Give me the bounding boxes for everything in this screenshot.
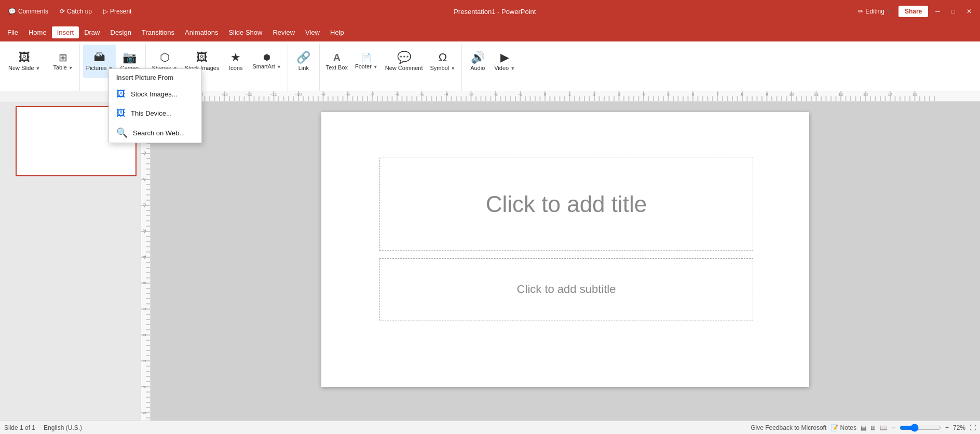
menu-transitions[interactable]: Transitions xyxy=(137,26,180,38)
pictures-dropdown: Insert Picture From 🖼 Stock Images... 🖼 … xyxy=(108,68,202,143)
symbol-button[interactable]: Ω Symbol ▼ xyxy=(427,45,459,78)
menu-insert[interactable]: Insert xyxy=(52,26,79,38)
main-layout: 1 Click to add title Click to add sub xyxy=(0,102,980,421)
new-comment-label: New Comment xyxy=(385,65,423,71)
share-label: Share xyxy=(905,8,922,15)
status-left: Slide 1 of 1 English (U.S.) xyxy=(4,424,82,431)
slide-info: Slide 1 of 1 xyxy=(4,424,35,431)
view-slide-sorter-icon[interactable]: ⊞ xyxy=(870,424,876,431)
catchup-icon: ⟳ xyxy=(60,8,65,15)
link-icon: 🔗 xyxy=(296,52,310,63)
slides-panel: 1 xyxy=(0,102,141,421)
editing-icon: ✏ xyxy=(858,8,863,15)
icons-button[interactable]: ★ Icons xyxy=(223,45,248,78)
slide-canvas[interactable]: Click to add title Click to add subtitle xyxy=(321,112,809,387)
catch-up-label: Catch up xyxy=(67,8,92,15)
smartart-icon: ⬢ xyxy=(263,53,270,62)
new-slide-label: New Slide ▼ xyxy=(8,65,40,71)
present-label: Present xyxy=(110,8,131,15)
comments-button[interactable]: 💬 Comments xyxy=(4,6,52,17)
smartart-label: SmartArt ▼ xyxy=(252,63,281,69)
ruler-vertical xyxy=(141,102,151,421)
minimize-button[interactable]: ─ xyxy=(931,6,944,17)
share-button[interactable]: Share xyxy=(899,6,928,17)
video-label: Video ▼ xyxy=(494,65,515,71)
status-bar: Slide 1 of 1 English (U.S.) Give Feedbac… xyxy=(0,421,980,434)
menu-file[interactable]: File xyxy=(2,26,23,38)
new-slide-icon: 🖼 xyxy=(19,52,30,63)
link-button[interactable]: 🔗 Link xyxy=(291,45,316,78)
close-icon: ✕ xyxy=(967,8,972,15)
menu-view[interactable]: View xyxy=(300,26,325,38)
dropdown-this-device-label: This Device... xyxy=(131,109,172,117)
ruler-horizontal xyxy=(141,91,980,102)
dropdown-search-web[interactable]: 🔍 Search on Web... xyxy=(109,123,201,143)
menu-design[interactable]: Design xyxy=(105,26,137,38)
canvas-with-ruler: Click to add title Click to add subtitle xyxy=(141,102,980,421)
slide-subtitle-box[interactable]: Click to add subtitle xyxy=(379,258,753,320)
view-reading-icon[interactable]: 📖 xyxy=(880,424,888,431)
ribbon-group-slides: 🖼 New Slide ▼ xyxy=(2,44,47,91)
menu-slideshow[interactable]: Slide Show xyxy=(223,26,267,38)
present-icon: ▷ xyxy=(103,8,108,15)
audio-button[interactable]: 🔊 Audio xyxy=(465,45,490,78)
editing-dropdown-icon: ▼ xyxy=(887,9,891,14)
footer-button[interactable]: 📄 Footer ▼ xyxy=(352,45,381,78)
menu-help[interactable]: Help xyxy=(325,26,349,38)
new-comment-button[interactable]: 💬 New Comment xyxy=(382,45,426,78)
smartart-button[interactable]: ⬢ SmartArt ▼ xyxy=(249,45,284,78)
editing-label: Editing xyxy=(865,8,884,15)
dropdown-this-device[interactable]: 🖼 This Device... xyxy=(109,104,201,123)
search-web-icon: 🔍 xyxy=(116,127,128,138)
dropdown-header: Insert Picture From xyxy=(109,69,201,85)
catch-up-button[interactable]: ⟳ Catch up xyxy=(56,6,96,17)
link-label: Link xyxy=(298,65,309,71)
text-box-button[interactable]: A Text Box xyxy=(323,45,351,78)
slide-title-box[interactable]: Click to add title xyxy=(379,158,753,251)
notes-label: Notes xyxy=(840,424,856,431)
title-bar-left: 💬 Comments ⟳ Catch up ▷ Present xyxy=(4,6,135,17)
zoom-level: 72% xyxy=(953,424,965,431)
text-box-icon: A xyxy=(333,52,341,63)
slide-title-placeholder: Click to add title xyxy=(486,191,647,217)
notes-button[interactable]: 📝 Notes xyxy=(831,424,856,431)
new-slide-button[interactable]: 🖼 New Slide ▼ xyxy=(5,45,44,78)
zoom-in-icon[interactable]: + xyxy=(945,424,949,431)
zoom-out-icon[interactable]: − xyxy=(892,424,895,431)
feedback-text[interactable]: Give Feedback to Microsoft xyxy=(751,424,826,431)
file-name: Presentation1 - PowerPoint xyxy=(135,8,854,16)
menu-draw[interactable]: Draw xyxy=(79,26,105,38)
footer-label: Footer ▼ xyxy=(355,63,378,69)
menu-home[interactable]: Home xyxy=(23,26,52,38)
audio-icon: 🔊 xyxy=(471,52,485,63)
footer-icon: 📄 xyxy=(361,53,372,62)
menu-review[interactable]: Review xyxy=(267,26,300,38)
this-device-icon: 🖼 xyxy=(116,108,126,119)
present-button[interactable]: ▷ Present xyxy=(99,6,135,17)
ribbon-group-media: 🔊 Audio ▶ Video ▼ xyxy=(462,44,521,91)
dropdown-search-web-label: Search on Web... xyxy=(133,129,185,137)
zoom-slider[interactable] xyxy=(900,424,941,432)
ribbon-group-text: A Text Box 📄 Footer ▼ 💬 New Comment Ω Sy… xyxy=(320,44,462,91)
text-box-label: Text Box xyxy=(326,64,348,71)
video-button[interactable]: ▶ Video ▼ xyxy=(491,45,518,78)
ribbon-group-links: 🔗 Link xyxy=(288,44,320,91)
menu-animations[interactable]: Animations xyxy=(180,26,223,38)
notes-icon: 📝 xyxy=(831,424,838,431)
ruler-h-canvas xyxy=(151,91,938,101)
editing-button[interactable]: ✏ Editing ▼ xyxy=(854,6,895,17)
fit-slide-icon[interactable]: ⛶ xyxy=(970,424,976,431)
close-button[interactable]: ✕ xyxy=(962,6,976,17)
table-icon: ⊞ xyxy=(59,52,67,63)
slide-subtitle-placeholder: Click to add subtitle xyxy=(517,283,616,296)
canvas-area[interactable]: Click to add title Click to add subtitle xyxy=(151,102,980,421)
minimize-icon: ─ xyxy=(935,8,940,15)
ribbon-group-tables: ⊞ Table ▼ xyxy=(47,44,80,91)
icons-label: Icons xyxy=(229,65,242,71)
table-button[interactable]: ⊞ Table ▼ xyxy=(50,45,76,78)
dropdown-stock-images[interactable]: 🖼 Stock Images... xyxy=(109,85,201,104)
restore-button[interactable]: □ xyxy=(947,6,959,17)
text-row: A Text Box 📄 Footer ▼ 💬 New Comment Ω Sy… xyxy=(323,45,458,78)
view-normal-icon[interactable]: ▤ xyxy=(861,424,866,431)
shapes-icon: ⬡ xyxy=(160,52,170,63)
